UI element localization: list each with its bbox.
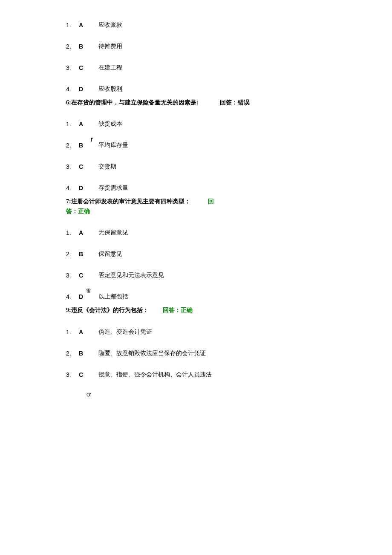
option-number: 3.: [66, 371, 79, 378]
option-row: 3. C 授意、指使、强令会计机构、会计人员违法: [66, 371, 392, 379]
option-row: 雷 4. D 以上都包括: [66, 293, 392, 301]
option-text: 平均库存量: [98, 142, 128, 149]
option-letter: B: [79, 142, 98, 149]
end-marker-row: O': [66, 392, 392, 401]
question-text: 7:注册会计师发表的审计意见主要有四种类型：: [66, 198, 190, 205]
question-text: 6:在存货的管理中，与建立保险备量无关的因素是:: [66, 99, 198, 106]
option-text: 交货期: [98, 163, 116, 171]
option-text: 应收股利: [98, 85, 122, 93]
option-letter: A: [79, 121, 98, 127]
option-number: 1.: [66, 121, 79, 127]
option-row: 4. D 应收股利: [66, 85, 392, 93]
option-row: 3. C 否定意见和无法表示意见: [66, 272, 392, 279]
option-letter: B: [79, 251, 98, 257]
option-text: 待摊费用: [98, 43, 122, 50]
answer-status-wrong: 回答：错误: [220, 99, 250, 106]
option-row: 2. B 待摊费用: [66, 43, 392, 50]
option-text: 无保留意见: [98, 229, 128, 237]
option-text: 保留意见: [98, 250, 122, 258]
option-text: 存货需求量: [98, 184, 128, 192]
option-row: 1. A 伪造、变造会计凭证: [66, 328, 392, 336]
option-text: 隐匿、故意销毁依法应当保存的会计凭证: [98, 350, 206, 357]
option-letter: C: [79, 371, 98, 378]
option-row: 3. C 交货期: [66, 163, 392, 171]
option-number: 3.: [66, 64, 79, 71]
option-text: 以上都包括: [98, 293, 128, 301]
option-number: 1.: [66, 229, 79, 236]
option-letter: A: [79, 229, 98, 236]
option-number: 3.: [66, 272, 79, 279]
marker-lei: 雷: [86, 288, 91, 294]
option-row: 1. A 无保留意见: [66, 229, 392, 237]
option-number: 2.: [66, 350, 79, 357]
question-7: 7:注册会计师发表的审计意见主要有四种类型： 回答：正确: [66, 197, 224, 216]
question-text: 9:违反《会计法》的行为包括：: [66, 307, 149, 313]
marker-r: r: [90, 136, 93, 143]
option-row: 2. B 保留意见: [66, 250, 392, 258]
option-text: 应收账款: [98, 21, 122, 29]
option-text: 缺货成本: [98, 120, 122, 128]
option-row: r 2. B 平均库存量: [66, 142, 392, 149]
question-9: 9:违反《会计法》的行为包括： 回答：正确: [66, 306, 392, 315]
option-letter: A: [79, 22, 98, 29]
option-letter: C: [79, 163, 98, 170]
option-number: 2.: [66, 142, 79, 149]
exam-page: 1. A 应收账款 2. B 待摊费用 3. C 在建工程 4. D 应收股利 …: [0, 0, 392, 401]
question-6: 6:在存货的管理中，与建立保险备量无关的因素是: 回答：错误: [66, 98, 392, 107]
option-row: 4. D 存货需求量: [66, 184, 392, 192]
option-letter: C: [79, 64, 98, 71]
option-letter: B: [79, 350, 98, 357]
option-letter: D: [79, 293, 98, 300]
option-letter: D: [79, 86, 98, 92]
option-number: 4.: [66, 185, 79, 191]
option-text: 在建工程: [98, 64, 122, 72]
marker-o: O': [86, 392, 91, 397]
option-letter: C: [79, 272, 98, 279]
option-text: 否定意见和无法表示意见: [98, 272, 164, 279]
option-letter: B: [79, 43, 98, 50]
option-row: 1. A 缺货成本: [66, 120, 392, 128]
option-row: 1. A 应收账款: [66, 21, 392, 29]
option-row: 3. C 在建工程: [66, 64, 392, 72]
option-number: 4.: [66, 293, 79, 300]
option-letter: D: [79, 185, 98, 191]
option-text: 授意、指使、强令会计机构、会计人员违法: [98, 371, 212, 379]
option-number: 4.: [66, 86, 79, 92]
option-letter: A: [79, 329, 98, 335]
option-text: 伪造、变造会计凭证: [98, 328, 152, 336]
option-number: 1.: [66, 22, 79, 29]
option-number: 2.: [66, 251, 79, 257]
option-row: 2. B 隐匿、故意销毁依法应当保存的会计凭证: [66, 350, 392, 357]
option-number: 1.: [66, 329, 79, 335]
answer-status-correct: 回答：正确: [163, 307, 193, 313]
option-number: 3.: [66, 163, 79, 170]
option-number: 2.: [66, 43, 79, 50]
